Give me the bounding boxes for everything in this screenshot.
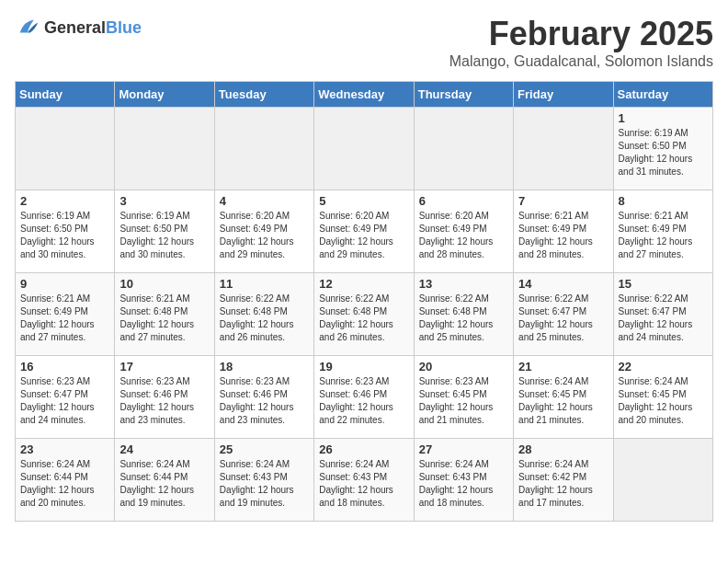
calendar-header-row: SundayMondayTuesdayWednesdayThursdayFrid… [16,82,713,108]
day-info: Sunrise: 6:23 AM Sunset: 6:47 PM Dayligh… [20,375,109,427]
day-number: 17 [119,360,209,373]
day-number: 13 [419,277,508,291]
day-number: 27 [419,442,508,456]
day-info: Sunrise: 6:24 AM Sunset: 6:44 PM Dayligh… [20,458,109,510]
day-number: 28 [518,442,608,456]
calendar-week-1: 1Sunrise: 6:19 AM Sunset: 6:50 PM Daylig… [16,108,713,190]
logo-blue: Blue [106,18,142,37]
day-info: Sunrise: 6:21 AM Sunset: 6:49 PM Dayligh… [20,293,109,344]
day-info: Sunrise: 6:21 AM Sunset: 6:48 PM Dayligh… [119,293,209,344]
calendar-cell [314,108,414,190]
title-area: February 2025 Malango, Guadalcanal, Solo… [449,15,713,70]
day-number: 22 [619,360,708,373]
calendar-cell: 16Sunrise: 6:23 AM Sunset: 6:47 PM Dayli… [16,356,115,439]
header: GeneralBlue February 2025 Malango, Guada… [15,15,713,70]
day-number: 25 [220,442,309,456]
header-wednesday: Wednesday [314,82,414,108]
header-friday: Friday [514,82,613,108]
day-info: Sunrise: 6:24 AM Sunset: 6:43 PM Dayligh… [319,458,408,510]
calendar-cell [414,108,513,190]
calendar-week-5: 23Sunrise: 6:24 AM Sunset: 6:44 PM Dayli… [16,439,713,522]
day-number: 21 [518,360,608,373]
day-number: 8 [619,194,708,208]
day-number: 19 [319,360,408,373]
day-info: Sunrise: 6:20 AM Sunset: 6:49 PM Dayligh… [319,210,408,261]
day-info: Sunrise: 6:20 AM Sunset: 6:49 PM Dayligh… [220,210,309,261]
calendar-cell: 4Sunrise: 6:20 AM Sunset: 6:49 PM Daylig… [214,190,313,273]
calendar-cell: 23Sunrise: 6:24 AM Sunset: 6:44 PM Dayli… [16,439,115,522]
day-number: 3 [119,194,209,208]
day-info: Sunrise: 6:24 AM Sunset: 6:43 PM Dayligh… [419,458,508,510]
day-info: Sunrise: 6:19 AM Sunset: 6:50 PM Dayligh… [619,127,708,178]
logo: GeneralBlue [15,15,142,40]
day-number: 2 [20,194,109,208]
calendar-table: SundayMondayTuesdayWednesdayThursdayFrid… [15,81,713,522]
day-number: 10 [119,277,209,291]
day-number: 26 [319,442,408,456]
header-thursday: Thursday [414,82,513,108]
calendar-cell [16,108,115,190]
logo-general: General [44,18,106,37]
calendar-cell: 12Sunrise: 6:22 AM Sunset: 6:48 PM Dayli… [314,273,414,356]
day-number: 1 [619,111,708,125]
day-number: 12 [319,277,408,291]
calendar-cell: 25Sunrise: 6:24 AM Sunset: 6:43 PM Dayli… [214,439,313,522]
main-title: February 2025 [449,15,713,53]
calendar-cell: 27Sunrise: 6:24 AM Sunset: 6:43 PM Dayli… [414,439,513,522]
day-number: 16 [20,360,109,373]
calendar-cell: 10Sunrise: 6:21 AM Sunset: 6:48 PM Dayli… [115,273,214,356]
calendar-cell [514,108,613,190]
day-info: Sunrise: 6:23 AM Sunset: 6:45 PM Dayligh… [419,375,508,427]
day-info: Sunrise: 6:24 AM Sunset: 6:44 PM Dayligh… [119,458,209,510]
day-info: Sunrise: 6:22 AM Sunset: 6:47 PM Dayligh… [619,293,708,344]
calendar-cell: 26Sunrise: 6:24 AM Sunset: 6:43 PM Dayli… [314,439,414,522]
calendar-week-4: 16Sunrise: 6:23 AM Sunset: 6:47 PM Dayli… [16,356,713,439]
header-sunday: Sunday [16,82,115,108]
calendar-cell [214,108,313,190]
day-info: Sunrise: 6:21 AM Sunset: 6:49 PM Dayligh… [619,210,708,261]
calendar-cell: 18Sunrise: 6:23 AM Sunset: 6:46 PM Dayli… [214,356,313,439]
day-info: Sunrise: 6:22 AM Sunset: 6:48 PM Dayligh… [419,293,508,344]
day-number: 11 [220,277,309,291]
day-number: 15 [619,277,708,291]
day-info: Sunrise: 6:23 AM Sunset: 6:46 PM Dayligh… [220,375,309,427]
header-tuesday: Tuesday [214,82,313,108]
day-number: 20 [419,360,508,373]
calendar-cell: 5Sunrise: 6:20 AM Sunset: 6:49 PM Daylig… [314,190,414,273]
day-info: Sunrise: 6:23 AM Sunset: 6:46 PM Dayligh… [319,375,408,427]
calendar-cell: 7Sunrise: 6:21 AM Sunset: 6:49 PM Daylig… [514,190,613,273]
day-info: Sunrise: 6:24 AM Sunset: 6:43 PM Dayligh… [220,458,309,510]
day-info: Sunrise: 6:24 AM Sunset: 6:42 PM Dayligh… [518,458,608,510]
day-number: 23 [20,442,109,456]
calendar-week-3: 9Sunrise: 6:21 AM Sunset: 6:49 PM Daylig… [16,273,713,356]
calendar-cell: 17Sunrise: 6:23 AM Sunset: 6:46 PM Dayli… [115,356,214,439]
calendar-cell [613,439,712,522]
calendar-cell [115,108,214,190]
calendar-cell: 13Sunrise: 6:22 AM Sunset: 6:48 PM Dayli… [414,273,513,356]
day-info: Sunrise: 6:19 AM Sunset: 6:50 PM Dayligh… [20,210,109,261]
day-number: 6 [419,194,508,208]
calendar-cell: 19Sunrise: 6:23 AM Sunset: 6:46 PM Dayli… [314,356,414,439]
day-info: Sunrise: 6:21 AM Sunset: 6:49 PM Dayligh… [518,210,608,261]
day-number: 5 [319,194,408,208]
header-saturday: Saturday [613,82,712,108]
calendar-cell: 1Sunrise: 6:19 AM Sunset: 6:50 PM Daylig… [613,108,712,190]
subtitle: Malango, Guadalcanal, Solomon Islands [449,53,713,70]
day-number: 24 [119,442,209,456]
calendar-cell: 14Sunrise: 6:22 AM Sunset: 6:47 PM Dayli… [514,273,613,356]
day-info: Sunrise: 6:19 AM Sunset: 6:50 PM Dayligh… [119,210,209,261]
calendar-cell: 3Sunrise: 6:19 AM Sunset: 6:50 PM Daylig… [115,190,214,273]
day-number: 7 [518,194,608,208]
day-info: Sunrise: 6:20 AM Sunset: 6:49 PM Dayligh… [419,210,508,261]
day-info: Sunrise: 6:24 AM Sunset: 6:45 PM Dayligh… [518,375,608,427]
header-monday: Monday [115,82,214,108]
calendar-week-2: 2Sunrise: 6:19 AM Sunset: 6:50 PM Daylig… [16,190,713,273]
day-info: Sunrise: 6:22 AM Sunset: 6:48 PM Dayligh… [220,293,309,344]
day-number: 18 [220,360,309,373]
calendar-cell: 15Sunrise: 6:22 AM Sunset: 6:47 PM Dayli… [613,273,712,356]
calendar-cell: 21Sunrise: 6:24 AM Sunset: 6:45 PM Dayli… [514,356,613,439]
day-number: 9 [20,277,109,291]
day-info: Sunrise: 6:24 AM Sunset: 6:45 PM Dayligh… [619,375,708,427]
calendar-cell: 6Sunrise: 6:20 AM Sunset: 6:49 PM Daylig… [414,190,513,273]
calendar-cell: 20Sunrise: 6:23 AM Sunset: 6:45 PM Dayli… [414,356,513,439]
